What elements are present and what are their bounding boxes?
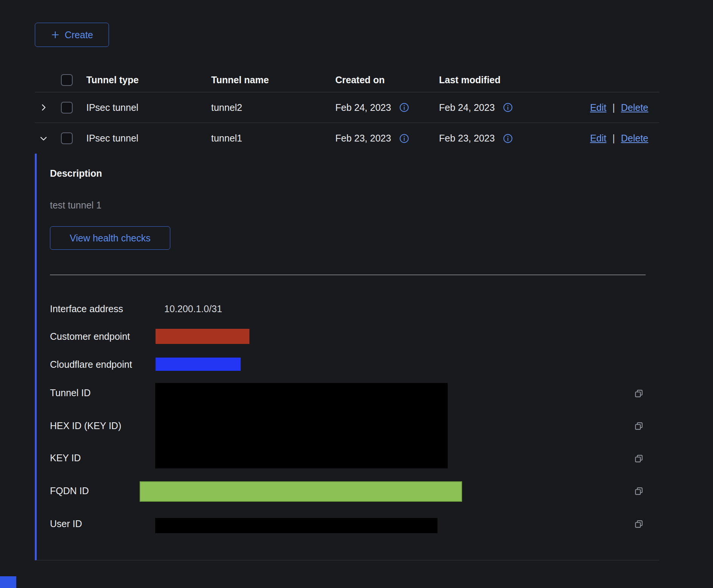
detail-divider bbox=[50, 275, 646, 275]
tunnel-type-value: IPsec tunnel bbox=[86, 133, 139, 144]
bottom-left-accent-bar bbox=[0, 576, 16, 588]
description-value: test tunnel 1 bbox=[50, 200, 101, 211]
edit-link[interactable]: Edit bbox=[590, 102, 606, 113]
table-row: IPsec tunnel tunnel1 Feb 23, 2023 Feb 23… bbox=[35, 123, 659, 154]
chevron-down-icon bbox=[39, 134, 48, 143]
tunnel-type-value: IPsec tunnel bbox=[86, 102, 139, 113]
copy-tunnel-id-button[interactable] bbox=[634, 388, 644, 399]
description-label: Description bbox=[50, 168, 102, 179]
customer-endpoint-label: Customer endpoint bbox=[50, 331, 130, 342]
copy-hex-id-button[interactable] bbox=[634, 421, 644, 431]
last-modified-value: Feb 24, 2023 bbox=[439, 102, 495, 113]
collapse-row-button[interactable] bbox=[39, 134, 48, 143]
tunnel-name-value: tunnel1 bbox=[211, 133, 242, 144]
interface-address-label: Interface address bbox=[50, 303, 123, 314]
created-on-value: Feb 23, 2023 bbox=[335, 133, 391, 144]
table-row: IPsec tunnel tunnel2 Feb 24, 2023 Feb 24… bbox=[35, 92, 659, 123]
tunnel-detail-panel: Description test tunnel 1 View health ch… bbox=[35, 154, 659, 560]
hex-id-label: HEX ID (KEY ID) bbox=[50, 420, 121, 431]
customer-endpoint-redacted-value bbox=[156, 329, 249, 344]
tunnel-name-value: tunnel2 bbox=[211, 102, 242, 113]
copy-icon bbox=[634, 421, 644, 431]
created-on-info-button[interactable] bbox=[399, 134, 409, 143]
info-icon bbox=[503, 134, 513, 143]
interface-address-value: 10.200.1.0/31 bbox=[164, 303, 222, 314]
user-id-label: User ID bbox=[50, 518, 82, 529]
table-header: Tunnel type Tunnel name Created on Last … bbox=[35, 68, 659, 92]
copy-fqdn-id-button[interactable] bbox=[634, 486, 644, 496]
header-tunnel-type: Tunnel type bbox=[86, 75, 139, 86]
ids-redacted-value bbox=[155, 383, 448, 468]
copy-icon bbox=[634, 519, 644, 529]
fqdn-id-redacted-value bbox=[140, 481, 462, 502]
action-separator: | bbox=[612, 102, 615, 113]
copy-icon bbox=[634, 453, 644, 464]
copy-icon bbox=[634, 486, 644, 496]
info-icon bbox=[503, 103, 513, 112]
info-icon bbox=[399, 134, 409, 143]
chevron-right-icon bbox=[39, 103, 48, 112]
last-modified-info-button[interactable] bbox=[503, 134, 513, 143]
plus-icon bbox=[51, 30, 60, 39]
created-on-info-button[interactable] bbox=[399, 103, 409, 112]
header-created-on: Created on bbox=[335, 75, 385, 86]
info-icon bbox=[399, 103, 409, 112]
delete-link[interactable]: Delete bbox=[621, 102, 648, 113]
key-id-label: KEY ID bbox=[50, 453, 81, 464]
fqdn-id-label: FQDN ID bbox=[50, 485, 89, 496]
delete-link[interactable]: Delete bbox=[621, 133, 648, 144]
copy-user-id-button[interactable] bbox=[634, 519, 644, 529]
row-checkbox[interactable] bbox=[61, 132, 73, 144]
create-button[interactable]: Create bbox=[35, 23, 109, 47]
copy-icon bbox=[634, 388, 644, 399]
last-modified-info-button[interactable] bbox=[503, 103, 513, 112]
tunnels-page: Create Tunnel type Tunnel name Created o… bbox=[0, 0, 713, 588]
copy-key-id-button[interactable] bbox=[634, 453, 644, 464]
cloudflare-endpoint-label: Cloudflare endpoint bbox=[50, 359, 132, 370]
header-tunnel-name: Tunnel name bbox=[211, 75, 269, 86]
last-modified-value: Feb 23, 2023 bbox=[439, 133, 495, 144]
header-last-modified: Last modified bbox=[439, 75, 501, 86]
view-health-checks-button[interactable]: View health checks bbox=[50, 226, 170, 250]
expand-row-button[interactable] bbox=[39, 103, 48, 112]
user-id-redacted-value bbox=[155, 518, 437, 533]
edit-link[interactable]: Edit bbox=[590, 133, 606, 144]
create-button-label: Create bbox=[65, 30, 93, 40]
tunnel-id-label: Tunnel ID bbox=[50, 387, 90, 398]
action-separator: | bbox=[612, 133, 615, 144]
row-checkbox[interactable] bbox=[61, 102, 73, 114]
created-on-value: Feb 24, 2023 bbox=[335, 102, 391, 113]
cloudflare-endpoint-redacted-value bbox=[156, 358, 241, 371]
select-all-checkbox[interactable] bbox=[61, 74, 73, 86]
